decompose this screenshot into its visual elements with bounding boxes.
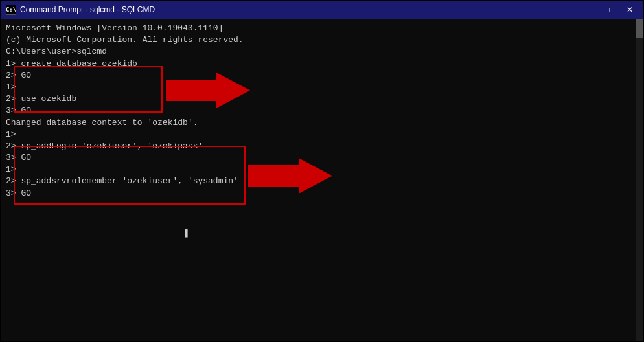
line-11: 1>: [6, 129, 638, 141]
line-12: 2> sp_addLogin 'ozekiuser', 'ozekipass': [6, 141, 638, 152]
line-16: 3> GO: [6, 188, 638, 200]
cursor: ▌: [185, 229, 190, 238]
scrollbar[interactable]: [636, 19, 643, 341]
line-6: 2> GO: [6, 70, 638, 82]
line-15: 2> sp_addsrvrolemember 'ozekiuser', 'sys…: [6, 176, 638, 187]
app-icon: C:\: [6, 5, 16, 15]
window-controls: — □ ✕: [585, 3, 638, 16]
line-14: 1>: [6, 164, 638, 176]
line-10: Changed database context to 'ozekidb'.: [6, 117, 638, 129]
main-window: C:\ Command Prompt - sqlcmd - SQLCMD — □…: [0, 0, 644, 342]
minimize-button[interactable]: —: [585, 3, 602, 16]
line-2: (c) Microsoft Corporation. All rights re…: [6, 34, 638, 46]
terminal-content: Microsoft Windows [Version 10.0.19043.11…: [6, 23, 638, 200]
line-5: 1> create database ozekidb: [6, 58, 638, 70]
line-8: 2> use ozekidb: [6, 93, 638, 105]
line-1: Microsoft Windows [Version 10.0.19043.11…: [6, 23, 638, 34]
title-bar: C:\ Command Prompt - sqlcmd - SQLCMD — □…: [1, 1, 643, 19]
line-4: C:\Users\user>sqlcmd: [6, 46, 638, 58]
line-9: 3> GO: [6, 105, 638, 117]
terminal-area[interactable]: Microsoft Windows [Version 10.0.19043.11…: [1, 19, 643, 341]
title-bar-left: C:\ Command Prompt - sqlcmd - SQLCMD: [6, 5, 155, 15]
maximize-button[interactable]: □: [603, 3, 620, 16]
close-button[interactable]: ✕: [621, 3, 638, 16]
line-13: 3> GO: [6, 152, 638, 164]
line-7: 1>: [6, 82, 638, 93]
window-title: Command Prompt - sqlcmd - SQLCMD: [20, 5, 155, 14]
scrollbar-thumb[interactable]: [636, 19, 643, 38]
